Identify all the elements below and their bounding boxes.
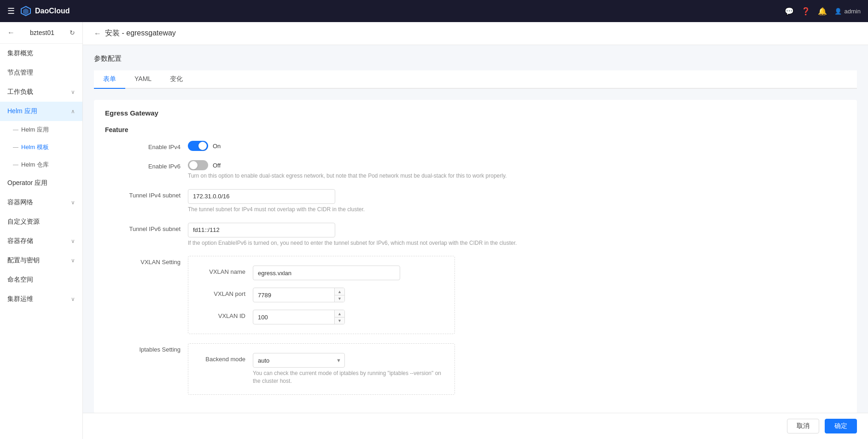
sidebar-item-container-storage[interactable]: 容器存储 ∨ bbox=[0, 231, 82, 251]
vxlan-port-wrap: ▲ ▼ bbox=[253, 288, 345, 302]
tunnel-ipv6-control: If the option EnableIPv6 is turned on, y… bbox=[188, 223, 846, 247]
sidebar-item-cluster-overview[interactable]: 集群概览 bbox=[0, 44, 82, 63]
enable-ipv6-label: Enable IPv6 bbox=[105, 160, 188, 170]
vxlan-port-input[interactable] bbox=[253, 288, 345, 302]
main-content: ← 安装 - egressgateway 参数配置 表单 YAML 变化 Egr… bbox=[83, 22, 868, 439]
iptables-setting-row: Iptables Setting Backend mode auto nft bbox=[105, 343, 846, 395]
tunnel-ipv4-hint: The tunnel subnet for IPv4 must not over… bbox=[188, 206, 846, 214]
admin-user[interactable]: 👤 admin bbox=[834, 8, 861, 15]
vxlan-port-label: VXLAN port bbox=[198, 288, 253, 297]
sidebar-sub-label: Helm 仓库 bbox=[21, 161, 49, 169]
tunnel-ipv6-label: Tunnel IPv6 subnet bbox=[105, 223, 188, 232]
backend-mode-label: Backend mode bbox=[198, 353, 253, 363]
svg-marker-1 bbox=[23, 8, 29, 15]
sidebar-item-label: Operator 应用 bbox=[7, 179, 47, 187]
sidebar-sub-label: Helm 模板 bbox=[21, 143, 49, 151]
chat-icon[interactable]: 💬 bbox=[785, 7, 794, 16]
chevron-down-icon: ∨ bbox=[71, 89, 75, 95]
page-header: ← 安装 - egressgateway bbox=[83, 22, 868, 45]
cluster-name: bztest01 bbox=[30, 29, 54, 36]
vxlan-name-label: VXLAN name bbox=[198, 266, 253, 275]
bell-icon[interactable]: 🔔 bbox=[818, 7, 827, 16]
chevron-down-icon: ∨ bbox=[71, 257, 75, 264]
sidebar-item-label: 配置与密钥 bbox=[7, 256, 40, 265]
spinner-up-icon[interactable]: ▲ bbox=[335, 288, 344, 295]
tab-changes[interactable]: 变化 bbox=[161, 70, 192, 89]
enable-ipv4-state: On bbox=[213, 143, 221, 150]
sidebar-item-label: 自定义资源 bbox=[7, 218, 40, 226]
dash-icon: — bbox=[13, 127, 18, 133]
tunnel-ipv6-input[interactable] bbox=[188, 223, 335, 237]
tab-bar: 表单 YAML 变化 bbox=[94, 70, 857, 89]
enable-ipv4-toggle[interactable] bbox=[188, 141, 208, 151]
vxlan-dashed-box: VXLAN name VXLAN port bbox=[188, 256, 455, 334]
sidebar: ← bztest01 ↻ 集群概览 节点管理 工作负载 ∨ Helm 应用 ∧ … bbox=[0, 22, 83, 439]
sidebar-item-label: 容器网络 bbox=[7, 198, 33, 207]
dash-icon: — bbox=[13, 144, 18, 150]
refresh-icon[interactable]: ↻ bbox=[70, 29, 75, 36]
footer: 取消 确定 bbox=[83, 413, 868, 439]
sidebar-item-operator-app[interactable]: Operator 应用 bbox=[0, 173, 82, 193]
tunnel-ipv4-input[interactable] bbox=[188, 189, 335, 204]
iptables-setting-label: Iptables Setting bbox=[105, 343, 188, 353]
sidebar-item-workload[interactable]: 工作负载 ∨ bbox=[0, 82, 82, 102]
vxlan-id-input[interactable] bbox=[253, 310, 345, 324]
backend-mode-select-wrap: auto nft legacy ▼ bbox=[253, 353, 345, 368]
chevron-down-icon: ∨ bbox=[71, 296, 75, 302]
backend-mode-row: Backend mode auto nft legacy ▼ bbox=[198, 353, 445, 385]
chevron-down-icon: ∨ bbox=[71, 238, 75, 244]
back-arrow-icon[interactable]: ← bbox=[94, 29, 101, 38]
sidebar-sub-item-helm-template[interactable]: — Helm 模板 bbox=[0, 139, 82, 156]
vxlan-setting-label: VXLAN Setting bbox=[105, 256, 188, 266]
tab-form[interactable]: 表单 bbox=[94, 70, 125, 89]
sidebar-item-label: Helm 应用 bbox=[7, 107, 37, 116]
sidebar-item-container-network[interactable]: 容器网络 ∨ bbox=[0, 193, 82, 212]
sidebar-back-icon[interactable]: ← bbox=[7, 29, 15, 37]
vxlan-id-wrap: ▲ ▼ bbox=[253, 310, 345, 324]
enable-ipv6-row: Enable IPv6 Off Turn on this option to e… bbox=[105, 160, 846, 180]
tunnel-ipv6-hint: If the option EnableIPv6 is turned on, y… bbox=[188, 239, 846, 247]
confirm-button[interactable]: 确定 bbox=[825, 419, 857, 433]
hamburger-icon[interactable]: ☰ bbox=[7, 6, 15, 16]
feature-heading: Feature bbox=[105, 126, 846, 133]
enable-ipv4-control: On bbox=[188, 141, 846, 151]
vxlan-id-row: VXLAN ID ▲ ▼ bbox=[198, 310, 445, 324]
backend-mode-select[interactable]: auto nft legacy bbox=[253, 353, 345, 368]
vxlan-setting-control: VXLAN name VXLAN port bbox=[188, 256, 846, 334]
help-icon[interactable]: ❓ bbox=[801, 7, 810, 16]
logo: DaoCloud bbox=[20, 6, 70, 17]
sidebar-item-custom-resource[interactable]: 自定义资源 bbox=[0, 212, 82, 231]
cancel-button[interactable]: 取消 bbox=[787, 419, 819, 433]
egress-gateway-heading: Egress Gateway bbox=[105, 109, 846, 117]
sidebar-item-helm-app[interactable]: Helm 应用 ∧ bbox=[0, 102, 82, 121]
spinner-down-icon[interactable]: ▼ bbox=[335, 295, 344, 302]
tab-yaml[interactable]: YAML bbox=[125, 70, 161, 89]
user-icon: 👤 bbox=[834, 8, 842, 15]
sidebar-item-label: 集群概览 bbox=[7, 49, 33, 58]
vxlan-id-label: VXLAN ID bbox=[198, 310, 253, 319]
dash-icon: — bbox=[13, 162, 18, 168]
admin-label: admin bbox=[845, 8, 861, 15]
sidebar-item-label: 容器存储 bbox=[7, 237, 33, 245]
enable-ipv6-toggle[interactable] bbox=[188, 160, 208, 170]
spinner-down-icon[interactable]: ▼ bbox=[335, 318, 344, 324]
vxlan-name-row: VXLAN name bbox=[198, 266, 445, 280]
tunnel-ipv4-label: Tunnel IPv4 subnet bbox=[105, 189, 188, 199]
vxlan-port-row: VXLAN port ▲ ▼ bbox=[198, 288, 445, 302]
sidebar-item-namespace[interactable]: 命名空间 bbox=[0, 270, 82, 289]
sidebar-item-node-mgmt[interactable]: 节点管理 bbox=[0, 63, 82, 82]
logo-text: DaoCloud bbox=[35, 7, 70, 15]
enable-ipv6-hint: Turn on this option to enable dual-stack… bbox=[188, 172, 846, 180]
tunnel-ipv4-row: Tunnel IPv4 subnet The tunnel subnet for… bbox=[105, 189, 846, 214]
sidebar-item-cluster-ops[interactable]: 集群运维 ∨ bbox=[0, 289, 82, 309]
params-section-title: 参数配置 bbox=[94, 54, 857, 63]
enable-ipv6-control: Off Turn on this option to enable dual-s… bbox=[188, 160, 846, 180]
sidebar-sub-item-helm-repo[interactable]: — Helm 仓库 bbox=[0, 156, 82, 173]
content-area: 参数配置 表单 YAML 变化 Egress Gateway Feature E… bbox=[83, 45, 868, 413]
spinner-up-icon[interactable]: ▲ bbox=[335, 310, 344, 318]
vxlan-name-input[interactable] bbox=[253, 266, 400, 280]
topnav: ☰ DaoCloud 💬 ❓ 🔔 👤 admin bbox=[0, 0, 868, 22]
dao-cloud-logo-icon bbox=[20, 6, 31, 17]
sidebar-item-config-secret[interactable]: 配置与密钥 ∨ bbox=[0, 251, 82, 270]
sidebar-sub-item-helm-app[interactable]: — Helm 应用 bbox=[0, 121, 82, 139]
